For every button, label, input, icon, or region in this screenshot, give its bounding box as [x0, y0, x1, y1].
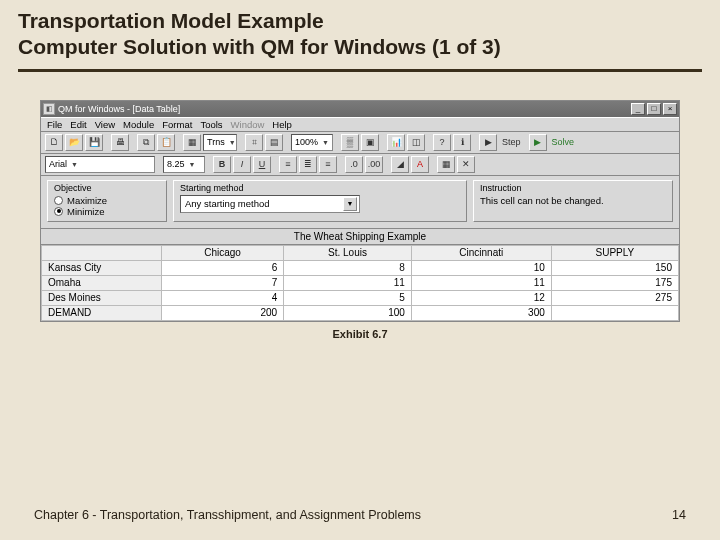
grid-icon[interactable]: ▒ — [341, 134, 359, 151]
module-icon[interactable]: ▦ — [183, 134, 201, 151]
align-right-icon[interactable]: ≡ — [319, 156, 337, 173]
paste-icon[interactable]: 📋 — [157, 134, 175, 151]
menu-module[interactable]: Module — [123, 119, 154, 130]
col-head-stlouis: St. Louis — [284, 245, 412, 260]
cell[interactable]: 11 — [411, 275, 551, 290]
toolbar-format: Arial▼ 8.25▼ B I U ≡ ≣ ≡ .0 .00 ◢ A ▦ ✕ — [41, 154, 679, 176]
table-row: DEMAND 200 100 300 — [42, 305, 679, 320]
underline-icon[interactable]: U — [253, 156, 271, 173]
maximize-button[interactable]: □ — [647, 103, 661, 115]
solve-label[interactable]: Solve — [552, 137, 575, 147]
table-icon[interactable]: ▤ — [265, 134, 283, 151]
radio-dot-filled-icon — [54, 207, 63, 216]
title-divider — [18, 69, 702, 72]
cell[interactable]: 4 — [162, 290, 284, 305]
radio-minimize[interactable]: Minimize — [54, 206, 160, 217]
table-row: Des Moines 4 5 12 275 — [42, 290, 679, 305]
exhibit-caption: Exhibit 6.7 — [0, 328, 720, 340]
decimal-inc-icon[interactable]: .00 — [365, 156, 383, 173]
module-field[interactable]: Trns▼ — [203, 134, 237, 151]
menu-edit[interactable]: Edit — [70, 119, 86, 130]
info-icon[interactable]: ℹ — [453, 134, 471, 151]
col-head-chicago: Chicago — [162, 245, 284, 260]
radio-maximize[interactable]: Maximize — [54, 195, 160, 206]
app-window: ◧ QM for Windows - [Data Table] _ □ × Fi… — [40, 100, 680, 322]
slide-title: Transportation Model Example Computer So… — [0, 0, 720, 65]
help-icon[interactable]: ? — [433, 134, 451, 151]
row-head[interactable]: Des Moines — [42, 290, 162, 305]
starting-method-panel: Starting method Any starting method ▼ — [173, 180, 467, 222]
col-head-cincinnati: Cincinnati — [411, 245, 551, 260]
menubar: File Edit View Module Format Tools Windo… — [41, 117, 679, 132]
step-label: Step — [502, 137, 521, 147]
normal-icon[interactable]: ◫ — [407, 134, 425, 151]
step-play-icon[interactable]: ▶ — [479, 134, 497, 151]
data-grid[interactable]: Chicago St. Louis Cincinnati SUPPLY Kans… — [41, 244, 679, 321]
cell[interactable]: 175 — [551, 275, 678, 290]
cell[interactable]: 300 — [411, 305, 551, 320]
align-center-icon[interactable]: ≣ — [299, 156, 317, 173]
print-icon[interactable]: 🖶 — [111, 134, 129, 151]
new-icon[interactable]: 🗋 — [45, 134, 63, 151]
cell[interactable]: 7 — [162, 275, 284, 290]
row-head[interactable]: Omaha — [42, 275, 162, 290]
table-body: Kansas City 6 8 10 150 Omaha 7 11 11 175… — [42, 260, 679, 320]
cell[interactable] — [551, 305, 678, 320]
instruction-panel: Instruction This cell can not be changed… — [473, 180, 673, 222]
options-row: Objective Maximize Minimize Starting met… — [41, 176, 679, 228]
cell[interactable]: 6 — [162, 260, 284, 275]
cell[interactable]: 12 — [411, 290, 551, 305]
starting-method-title: Starting method — [180, 183, 460, 193]
open-icon[interactable]: 📂 — [65, 134, 83, 151]
data-table: Chicago St. Louis Cincinnati SUPPLY Kans… — [41, 245, 679, 321]
slide-title-line2: Computer Solution with QM for Windows (1… — [18, 34, 702, 60]
cell[interactable]: 10 — [411, 260, 551, 275]
zoom-field[interactable]: 100%▼ — [291, 134, 333, 151]
cell[interactable]: 100 — [284, 305, 412, 320]
borders-icon[interactable]: ▦ — [437, 156, 455, 173]
font-size-field[interactable]: 8.25▼ — [163, 156, 205, 173]
menu-tools[interactable]: Tools — [200, 119, 222, 130]
font-color-icon[interactable]: A — [411, 156, 429, 173]
minimize-button[interactable]: _ — [631, 103, 645, 115]
cell[interactable]: 150 — [551, 260, 678, 275]
col-head-supply: SUPPLY — [551, 245, 678, 260]
footer-page-number: 14 — [672, 508, 686, 522]
chart-icon[interactable]: 📊 — [387, 134, 405, 151]
cell[interactable]: 5 — [284, 290, 412, 305]
instruction-title: Instruction — [480, 183, 666, 193]
clear-icon[interactable]: ✕ — [457, 156, 475, 173]
cell[interactable]: 8 — [284, 260, 412, 275]
cell[interactable]: 275 — [551, 290, 678, 305]
cell[interactable]: 200 — [162, 305, 284, 320]
font-name-field[interactable]: Arial▼ — [45, 156, 155, 173]
starting-method-value: Any starting method — [185, 198, 270, 209]
save-icon[interactable]: 💾 — [85, 134, 103, 151]
menu-file[interactable]: File — [47, 119, 62, 130]
italic-icon[interactable]: I — [233, 156, 251, 173]
chevron-down-icon: ▼ — [343, 197, 357, 211]
table-row: Kansas City 6 8 10 150 — [42, 260, 679, 275]
fill-color-icon[interactable]: ◢ — [391, 156, 409, 173]
menu-view[interactable]: View — [95, 119, 115, 130]
calc-icon[interactable]: ⌗ — [245, 134, 263, 151]
close-button[interactable]: × — [663, 103, 677, 115]
menu-help[interactable]: Help — [272, 119, 292, 130]
menu-window[interactable]: Window — [231, 119, 265, 130]
window-title: QM for Windows - [Data Table] — [58, 104, 180, 114]
starting-method-combo[interactable]: Any starting method ▼ — [180, 195, 360, 213]
bold-icon[interactable]: B — [213, 156, 231, 173]
radio-maximize-label: Maximize — [67, 195, 107, 206]
col-head-blank — [42, 245, 162, 260]
slide-footer: Chapter 6 - Transportation, Transshipmen… — [0, 508, 720, 522]
full-icon[interactable]: ▣ — [361, 134, 379, 151]
align-left-icon[interactable]: ≡ — [279, 156, 297, 173]
copy-icon[interactable]: ⧉ — [137, 134, 155, 151]
row-head[interactable]: Kansas City — [42, 260, 162, 275]
row-head[interactable]: DEMAND — [42, 305, 162, 320]
menu-format[interactable]: Format — [162, 119, 192, 130]
solve-play-icon[interactable]: ▶ — [529, 134, 547, 151]
decimal-dec-icon[interactable]: .0 — [345, 156, 363, 173]
footer-left: Chapter 6 - Transportation, Transshipmen… — [34, 508, 421, 522]
cell[interactable]: 11 — [284, 275, 412, 290]
